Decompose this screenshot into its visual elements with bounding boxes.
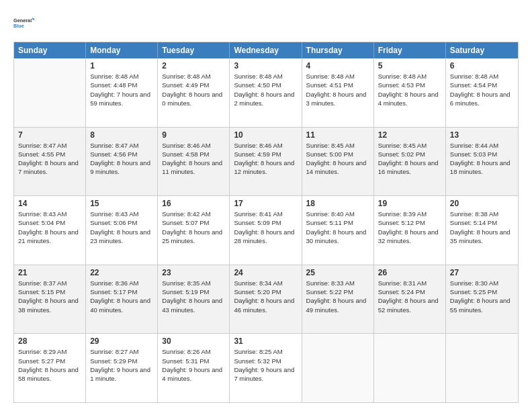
daylight-text: Daylight: 8 hours and 9 minutes. [90,158,153,177]
day-number: 21 [18,268,81,277]
sunset-text: Sunset: 5:19 PM [162,287,225,296]
header-day-monday: Monday [86,42,158,58]
calendar-row-1: 1 Sunrise: 8:48 AM Sunset: 4:48 PM Dayli… [14,58,518,127]
daylight-text: Daylight: 8 hours and 16 minutes. [378,158,441,177]
calendar-cell: 24 Sunrise: 8:34 AM Sunset: 5:20 PM Dayl… [230,265,302,334]
sunrise-text: Sunrise: 8:38 AM [450,210,514,218]
daylight-text: Daylight: 8 hours and 6 minutes. [450,90,514,108]
sunset-text: Sunset: 5:17 PM [90,287,153,296]
calendar-row-3: 14 Sunrise: 8:43 AM Sunset: 5:04 PM Dayl… [14,195,518,265]
daylight-text: Daylight: 8 hours and 21 minutes. [18,228,81,246]
header-day-sunday: Sunday [14,42,86,58]
sunrise-text: Sunrise: 8:46 AM [162,141,225,150]
sunrise-text: Sunrise: 8:43 AM [90,210,153,218]
calendar-cell: 22 Sunrise: 8:36 AM Sunset: 5:17 PM Dayl… [86,265,158,334]
calendar-cell: 26 Sunrise: 8:31 AM Sunset: 5:24 PM Dayl… [374,265,446,334]
sunset-text: Sunset: 5:24 PM [378,287,441,296]
sunset-text: Sunset: 5:29 PM [90,357,153,365]
day-number: 27 [450,268,514,277]
sunrise-text: Sunrise: 8:41 AM [234,210,297,218]
day-number: 6 [450,61,514,71]
daylight-text: Daylight: 8 hours and 32 minutes. [378,228,441,246]
sunrise-text: Sunrise: 8:26 AM [162,347,225,356]
daylight-text: Daylight: 8 hours and 11 minutes. [162,158,225,177]
calendar-cell: 3 Sunrise: 8:48 AM Sunset: 4:50 PM Dayli… [230,58,302,127]
sunrise-text: Sunrise: 8:42 AM [162,210,225,218]
calendar-cell: 19 Sunrise: 8:39 AM Sunset: 5:12 PM Dayl… [374,196,446,265]
calendar-cell: 28 Sunrise: 8:29 AM Sunset: 5:27 PM Dayl… [14,334,86,402]
daylight-text: Daylight: 8 hours and 23 minutes. [90,228,153,246]
day-number: 26 [378,268,441,277]
calendar-cell: 4 Sunrise: 8:48 AM Sunset: 4:51 PM Dayli… [302,58,374,127]
daylight-text: Daylight: 8 hours and 25 minutes. [162,228,225,246]
sunrise-text: Sunrise: 8:46 AM [234,141,297,150]
calendar-cell [14,58,86,127]
header-day-thursday: Thursday [302,42,374,58]
calendar-cell: 9 Sunrise: 8:46 AM Sunset: 4:58 PM Dayli… [158,128,230,196]
sunset-text: Sunset: 4:49 PM [162,81,225,89]
daylight-text: Daylight: 8 hours and 46 minutes. [234,296,297,314]
sunset-text: Sunset: 5:00 PM [306,150,369,158]
sunset-text: Sunset: 4:51 PM [306,81,369,89]
sunset-text: Sunset: 4:55 PM [18,150,81,158]
sunrise-text: Sunrise: 8:34 AM [234,279,297,287]
sunrise-text: Sunrise: 8:48 AM [90,72,153,81]
day-number: 9 [162,130,225,140]
day-number: 25 [306,268,369,277]
daylight-text: Daylight: 8 hours and 38 minutes. [18,296,81,314]
sunset-text: Sunset: 5:11 PM [306,218,369,227]
daylight-text: Daylight: 8 hours and 43 minutes. [162,296,225,314]
daylight-text: Daylight: 8 hours and 7 minutes. [18,158,81,177]
header-day-friday: Friday [374,42,446,58]
daylight-text: Daylight: 8 hours and 52 minutes. [378,296,441,314]
day-number: 30 [162,336,225,346]
sunrise-text: Sunrise: 8:30 AM [450,279,514,287]
sunset-text: Sunset: 5:27 PM [18,357,81,365]
daylight-text: Daylight: 8 hours and 28 minutes. [234,228,297,246]
calendar-cell: 13 Sunrise: 8:44 AM Sunset: 5:03 PM Dayl… [446,128,518,196]
calendar-cell: 7 Sunrise: 8:47 AM Sunset: 4:55 PM Dayli… [14,128,86,196]
header: General Blue [13,11,519,35]
sunset-text: Sunset: 4:53 PM [378,81,441,89]
calendar-cell [446,334,518,402]
daylight-text: Daylight: 8 hours and 3 minutes. [306,90,369,108]
calendar-cell: 15 Sunrise: 8:43 AM Sunset: 5:06 PM Dayl… [86,196,158,265]
calendar-cell: 2 Sunrise: 8:48 AM Sunset: 4:49 PM Dayli… [158,58,230,127]
day-number: 13 [450,130,514,140]
sunrise-text: Sunrise: 8:39 AM [378,210,441,218]
sunset-text: Sunset: 4:48 PM [90,81,153,89]
daylight-text: Daylight: 8 hours and 2 minutes. [234,90,297,108]
svg-marker-2 [32,17,35,20]
calendar-cell: 27 Sunrise: 8:30 AM Sunset: 5:25 PM Dayl… [446,265,518,334]
calendar-cell: 17 Sunrise: 8:41 AM Sunset: 5:09 PM Dayl… [230,196,302,265]
calendar-cell: 6 Sunrise: 8:48 AM Sunset: 4:54 PM Dayli… [446,58,518,127]
day-number: 17 [234,199,297,208]
sunrise-text: Sunrise: 8:48 AM [378,72,441,81]
day-number: 3 [234,61,297,71]
calendar-cell: 20 Sunrise: 8:38 AM Sunset: 5:14 PM Dayl… [446,196,518,265]
sunset-text: Sunset: 5:31 PM [162,357,225,365]
daylight-text: Daylight: 8 hours and 58 minutes. [18,365,81,383]
day-number: 2 [162,61,225,71]
calendar-cell: 16 Sunrise: 8:42 AM Sunset: 5:07 PM Dayl… [158,196,230,265]
calendar-cell: 29 Sunrise: 8:27 AM Sunset: 5:29 PM Dayl… [86,334,158,402]
sunset-text: Sunset: 5:06 PM [90,218,153,227]
calendar-cell: 10 Sunrise: 8:46 AM Sunset: 4:59 PM Dayl… [230,128,302,196]
day-number: 12 [378,130,441,140]
sunset-text: Sunset: 4:50 PM [234,81,297,89]
calendar-cell: 5 Sunrise: 8:48 AM Sunset: 4:53 PM Dayli… [374,58,446,127]
sunrise-text: Sunrise: 8:29 AM [18,347,81,356]
header-day-wednesday: Wednesday [230,42,302,58]
day-number: 8 [90,130,153,140]
day-number: 16 [162,199,225,208]
day-number: 14 [18,199,81,208]
svg-text:General: General [13,17,32,24]
calendar-cell: 23 Sunrise: 8:35 AM Sunset: 5:19 PM Dayl… [158,265,230,334]
sunrise-text: Sunrise: 8:45 AM [306,141,369,150]
day-number: 19 [378,199,441,208]
sunset-text: Sunset: 5:15 PM [18,287,81,296]
day-number: 15 [90,199,153,208]
sunrise-text: Sunrise: 8:36 AM [90,279,153,287]
sunset-text: Sunset: 5:09 PM [234,218,297,227]
sunrise-text: Sunrise: 8:47 AM [18,141,81,150]
